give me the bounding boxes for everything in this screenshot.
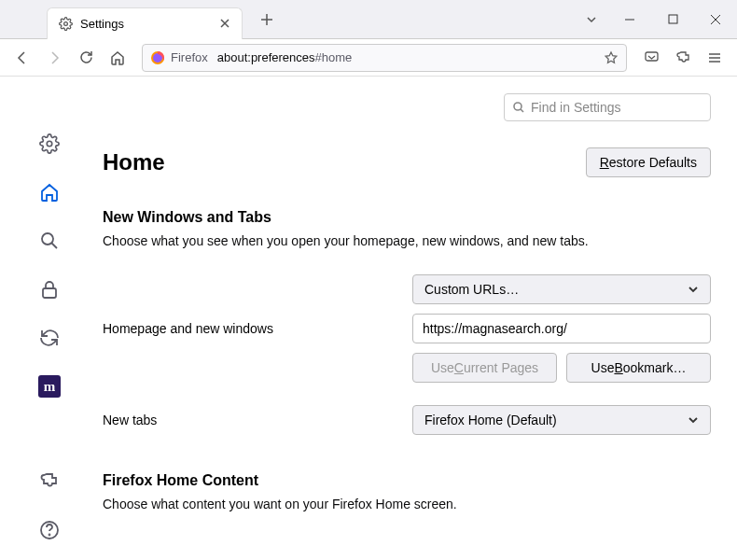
sidebar-help-icon[interactable] <box>38 519 61 541</box>
svg-point-9 <box>49 535 50 536</box>
page-title: Home <box>103 149 165 175</box>
firefox-logo-icon <box>150 50 165 65</box>
section-desc-home-content: Choose what content you want on your Fir… <box>103 497 711 511</box>
tabs-dropdown-button[interactable] <box>575 13 608 26</box>
gear-icon <box>59 17 73 31</box>
svg-point-5 <box>47 141 52 147</box>
svg-rect-7 <box>43 288 56 298</box>
browser-toolbar: Firefox about:preferences#home <box>0 39 737 77</box>
homepage-row-label: Homepage and new windows <box>103 321 412 336</box>
new-tab-button[interactable] <box>254 7 280 33</box>
forward-button[interactable] <box>39 43 69 73</box>
tab-title: Settings <box>80 17 217 31</box>
svg-point-6 <box>42 233 53 245</box>
url-text-prefix: about:preferences <box>217 50 315 64</box>
sidebar-general-icon[interactable] <box>38 133 61 155</box>
settings-sidebar: m <box>0 77 99 560</box>
pocket-button[interactable] <box>636 43 666 73</box>
sidebar-search-icon[interactable] <box>38 230 61 252</box>
sidebar-home-icon[interactable] <box>38 181 61 203</box>
sidebar-extension-badge[interactable]: m <box>38 375 61 398</box>
tab-close-button[interactable] <box>217 16 232 31</box>
chevron-down-icon <box>688 284 699 295</box>
find-in-settings-input[interactable]: Find in Settings <box>504 93 711 121</box>
section-desc-new-windows: Choose what you see when you open your h… <box>103 233 711 248</box>
window-maximize-button[interactable] <box>651 0 694 39</box>
svg-point-10 <box>514 103 521 110</box>
section-heading-new-windows: New Windows and Tabs <box>103 209 711 226</box>
section-heading-home-content: Firefox Home Content <box>103 472 711 489</box>
window-minimize-button[interactable] <box>608 0 651 39</box>
address-bar[interactable]: Firefox about:preferences#home <box>142 44 627 72</box>
svg-point-0 <box>64 21 68 25</box>
find-placeholder: Find in Settings <box>531 100 621 115</box>
window-close-button[interactable] <box>694 0 737 39</box>
sidebar-addons-icon[interactable] <box>38 470 61 493</box>
newtab-mode-select[interactable]: Firefox Home (Default) <box>412 405 711 435</box>
settings-main-panel: Find in Settings Home Restore Defaults N… <box>99 77 737 560</box>
window-titlebar: Settings <box>0 0 737 39</box>
use-bookmark-button[interactable]: Use Bookmark… <box>566 353 711 383</box>
browser-tab[interactable]: Settings <box>47 7 243 39</box>
use-current-pages-button[interactable]: Use Current Pages <box>412 353 557 383</box>
restore-defaults-button[interactable]: Restore Defaults <box>586 147 711 177</box>
sidebar-sync-icon[interactable] <box>38 327 61 349</box>
svg-rect-1 <box>669 15 677 23</box>
sidebar-privacy-icon[interactable] <box>38 278 61 301</box>
back-button[interactable] <box>7 43 37 73</box>
homepage-mode-select[interactable]: Custom URLs… <box>412 274 711 304</box>
identity-label: Firefox <box>171 50 208 64</box>
home-button[interactable] <box>103 43 132 73</box>
app-menu-button[interactable] <box>700 43 730 73</box>
reload-button[interactable] <box>71 43 101 73</box>
bookmark-star-icon[interactable] <box>604 50 619 65</box>
chevron-down-icon <box>688 414 699 426</box>
homepage-url-input[interactable] <box>412 314 711 343</box>
url-text-hash: #home <box>315 50 353 64</box>
extensions-button[interactable] <box>668 43 698 73</box>
newtabs-row-label: New tabs <box>103 413 412 427</box>
